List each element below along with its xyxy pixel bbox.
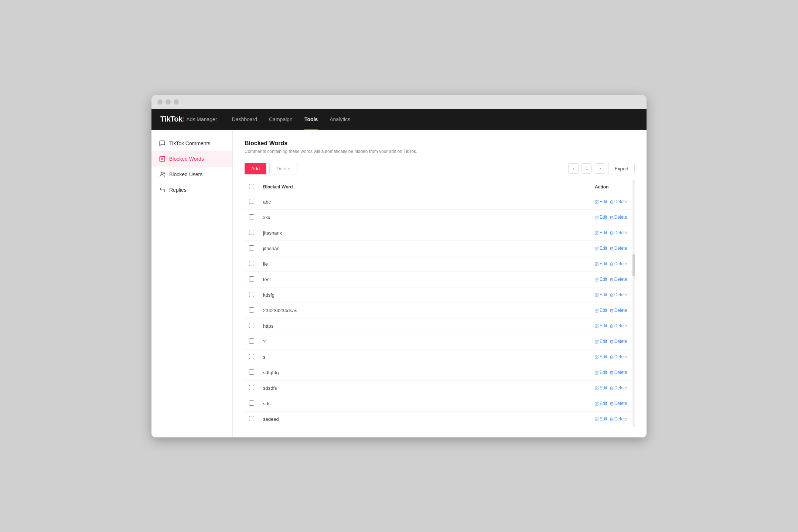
row-checkbox[interactable] bbox=[249, 261, 254, 266]
scrollbar[interactable] bbox=[632, 180, 635, 427]
delete-link[interactable]: Delete bbox=[610, 277, 627, 282]
action-links: Edit Delete bbox=[595, 261, 630, 266]
row-checkbox-cell bbox=[245, 349, 259, 365]
row-checkbox[interactable] bbox=[249, 214, 254, 219]
row-checkbox[interactable] bbox=[249, 385, 254, 390]
row-checkbox-cell bbox=[245, 194, 259, 209]
row-checkbox[interactable] bbox=[249, 199, 254, 204]
table-row: ? Edit Delete bbox=[245, 334, 635, 349]
table-row: 234234234dsas Edit Delete bbox=[245, 303, 635, 318]
trash-icon bbox=[610, 215, 614, 219]
delete-link[interactable]: Delete bbox=[610, 308, 627, 313]
row-checkbox[interactable] bbox=[249, 416, 254, 421]
nav-campaign[interactable]: Campaign bbox=[269, 109, 293, 130]
row-checkbox-cell bbox=[245, 365, 259, 380]
page-title: Blocked Words bbox=[245, 140, 635, 147]
row-action: Edit Delete bbox=[590, 396, 635, 411]
nav-analytics[interactable]: Analytics bbox=[330, 109, 350, 130]
edit-icon bbox=[595, 371, 599, 375]
edit-link[interactable]: Edit bbox=[595, 292, 607, 297]
edit-link[interactable]: Edit bbox=[595, 323, 607, 328]
delete-link[interactable]: Delete bbox=[610, 370, 627, 375]
sidebar-item-blocked-words[interactable]: Blocked Words bbox=[151, 151, 232, 167]
trash-icon bbox=[610, 355, 614, 359]
brand: TikTok : Ads Manager bbox=[160, 115, 217, 123]
add-button[interactable]: Add bbox=[245, 163, 266, 174]
row-checkbox[interactable] bbox=[249, 307, 254, 313]
row-checkbox[interactable] bbox=[249, 400, 254, 406]
delete-link[interactable]: Delete bbox=[610, 246, 627, 251]
delete-link[interactable]: Delete bbox=[610, 261, 627, 266]
row-checkbox-cell bbox=[245, 303, 259, 318]
prev-page-button[interactable]: ‹ bbox=[568, 163, 579, 174]
delete-link[interactable]: Delete bbox=[610, 199, 627, 204]
nav-tools[interactable]: Tools bbox=[304, 109, 318, 130]
row-checkbox[interactable] bbox=[249, 245, 254, 250]
trash-icon bbox=[610, 277, 614, 282]
row-checkbox[interactable] bbox=[249, 338, 254, 344]
toolbar-right: ‹ 1 › Export bbox=[568, 163, 635, 174]
sidebar-item-replies[interactable]: Replies bbox=[151, 182, 232, 198]
edit-link[interactable]: Edit bbox=[595, 230, 607, 235]
row-checkbox-cell bbox=[245, 380, 259, 396]
row-action: Edit Delete bbox=[590, 303, 635, 318]
select-all-checkbox[interactable] bbox=[249, 184, 254, 189]
delete-link[interactable]: Delete bbox=[610, 323, 627, 328]
edit-link[interactable]: Edit bbox=[595, 354, 607, 359]
delete-link[interactable]: Delete bbox=[610, 230, 627, 235]
edit-link[interactable]: Edit bbox=[595, 385, 607, 391]
header-action: Action bbox=[590, 180, 635, 194]
edit-link[interactable]: Edit bbox=[595, 308, 607, 313]
next-page-button[interactable]: › bbox=[595, 163, 605, 174]
delete-link[interactable]: Delete bbox=[610, 292, 627, 297]
row-action: Edit Delete bbox=[590, 194, 635, 209]
replies-icon bbox=[159, 187, 166, 193]
edit-link[interactable]: Edit bbox=[595, 370, 607, 375]
edit-link[interactable]: Edit bbox=[595, 199, 607, 204]
action-links: Edit Delete bbox=[595, 277, 630, 282]
trash-icon bbox=[610, 402, 614, 406]
row-word: lie bbox=[259, 256, 590, 272]
minimize-dot bbox=[166, 99, 171, 105]
row-checkbox[interactable] bbox=[249, 292, 254, 297]
sidebar-item-blocked-users[interactable]: Blocked Users bbox=[151, 167, 232, 182]
table-row: sadead Edit Delete bbox=[245, 411, 635, 427]
row-checkbox[interactable] bbox=[249, 230, 254, 235]
header-checkbox bbox=[245, 180, 259, 194]
trash-icon bbox=[610, 371, 614, 375]
edit-link[interactable]: Edit bbox=[595, 261, 607, 266]
row-checkbox[interactable] bbox=[249, 276, 254, 282]
blocked-words-table: Blocked Word Action abc Edit Delete xxx bbox=[245, 180, 635, 427]
delete-link[interactable]: Delete bbox=[610, 385, 627, 391]
row-action: Edit Delete bbox=[590, 256, 635, 272]
row-checkbox[interactable] bbox=[249, 323, 254, 328]
trash-icon bbox=[610, 308, 614, 313]
delete-link[interactable]: Delete bbox=[610, 339, 627, 344]
edit-icon bbox=[595, 340, 599, 344]
sidebar-item-tiktok-comments[interactable]: TikTok Comments bbox=[151, 136, 232, 151]
toolbar-left: Add Delete bbox=[245, 163, 297, 174]
row-action: Edit Delete bbox=[590, 334, 635, 349]
table-row: sdsdfs Edit Delete bbox=[245, 380, 635, 396]
action-links: Edit Delete bbox=[595, 246, 630, 251]
edit-icon bbox=[595, 200, 599, 204]
delete-link[interactable]: Delete bbox=[610, 416, 627, 422]
delete-button[interactable]: Delete bbox=[269, 163, 297, 174]
row-checkbox-cell bbox=[245, 287, 259, 303]
edit-link[interactable]: Edit bbox=[595, 277, 607, 282]
row-action: Edit Delete bbox=[590, 272, 635, 287]
delete-link[interactable]: Delete bbox=[610, 354, 627, 359]
delete-link[interactable]: Delete bbox=[610, 401, 627, 406]
row-checkbox[interactable] bbox=[249, 354, 254, 359]
edit-link[interactable]: Edit bbox=[595, 339, 607, 344]
edit-link[interactable]: Edit bbox=[595, 246, 607, 251]
page-number: 1 bbox=[582, 163, 592, 174]
row-checkbox-cell bbox=[245, 225, 259, 241]
export-button[interactable]: Export bbox=[608, 163, 635, 174]
row-checkbox[interactable] bbox=[249, 369, 254, 375]
edit-link[interactable]: Edit bbox=[595, 215, 607, 220]
delete-link[interactable]: Delete bbox=[610, 215, 627, 220]
nav-dashboard[interactable]: Dashboard bbox=[232, 109, 258, 130]
edit-link[interactable]: Edit bbox=[595, 401, 607, 406]
edit-link[interactable]: Edit bbox=[595, 416, 607, 422]
